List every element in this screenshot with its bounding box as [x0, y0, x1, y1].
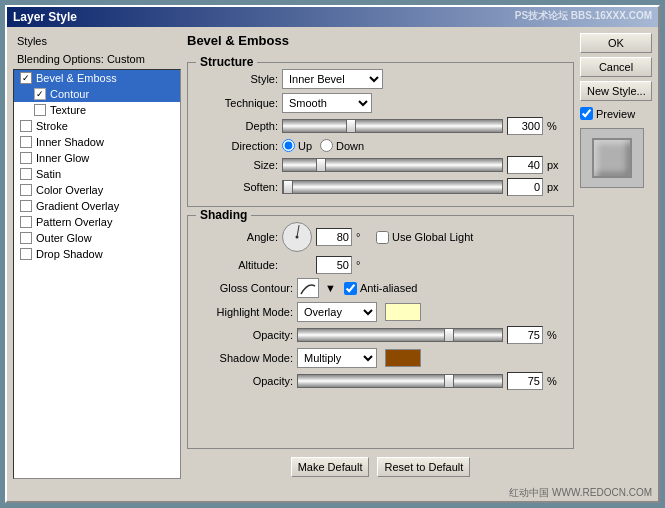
highlight-mode-dropdown[interactable]: Overlay Normal Screen: [297, 302, 377, 322]
angle-input[interactable]: 80: [316, 228, 352, 246]
soften-unit: px: [547, 181, 563, 193]
sidebar-item-inner-glow[interactable]: Inner Glow: [14, 150, 180, 166]
reset-default-button[interactable]: Reset to Default: [377, 457, 470, 477]
preview-checkbox-row: Preview: [580, 107, 652, 120]
gloss-contour-preview[interactable]: [297, 278, 319, 298]
bottom-watermark: 红动中国 WWW.REDOCN.COM: [7, 485, 658, 501]
color-overlay-label: Color Overlay: [36, 184, 103, 196]
pattern-overlay-checkbox[interactable]: [20, 216, 32, 228]
preview-checkbox[interactable]: [580, 107, 593, 120]
shadow-opacity-unit: %: [547, 375, 563, 387]
pattern-overlay-label: Pattern Overlay: [36, 216, 112, 228]
direction-label: Direction:: [198, 140, 278, 152]
depth-input[interactable]: 300: [507, 117, 543, 135]
sidebar-item-color-overlay[interactable]: Color Overlay: [14, 182, 180, 198]
bevel-label: Bevel & Emboss: [36, 72, 117, 84]
satin-checkbox[interactable]: [20, 168, 32, 180]
sidebar-item-inner-shadow[interactable]: Inner Shadow: [14, 134, 180, 150]
altitude-input[interactable]: 50: [316, 256, 352, 274]
sidebar-item-pattern-overlay[interactable]: Pattern Overlay: [14, 214, 180, 230]
preview-label: Preview: [596, 108, 635, 120]
sidebar-item-stroke[interactable]: Stroke: [14, 118, 180, 134]
highlight-mode-row: Highlight Mode: Overlay Normal Screen: [198, 302, 563, 322]
make-default-button[interactable]: Make Default: [291, 457, 370, 477]
sidebar-item-bevel[interactable]: Bevel & Emboss: [14, 70, 180, 86]
new-style-button[interactable]: New Style...: [580, 81, 652, 101]
shadow-mode-row: Shadow Mode: Multiply Normal Darken: [198, 348, 563, 368]
shadow-color-swatch[interactable]: [385, 349, 421, 367]
inner-glow-label: Inner Glow: [36, 152, 89, 164]
inner-glow-checkbox[interactable]: [20, 152, 32, 164]
dialog-title: Layer Style: [13, 10, 77, 24]
direction-down-radio[interactable]: [320, 139, 333, 152]
technique-label: Technique:: [198, 97, 278, 109]
inner-shadow-checkbox[interactable]: [20, 136, 32, 148]
highlight-opacity-slider[interactable]: [297, 328, 503, 342]
stroke-checkbox[interactable]: [20, 120, 32, 132]
drop-shadow-checkbox[interactable]: [20, 248, 32, 260]
gradient-overlay-label: Gradient Overlay: [36, 200, 119, 212]
gradient-overlay-checkbox[interactable]: [20, 200, 32, 212]
highlight-opacity-input[interactable]: 75: [507, 326, 543, 344]
global-light-checkbox[interactable]: [376, 231, 389, 244]
altitude-label: Altitude:: [198, 259, 278, 271]
size-label: Size:: [198, 159, 278, 171]
sidebar-item-texture[interactable]: Texture: [14, 102, 180, 118]
anti-aliased-label[interactable]: Anti-aliased: [344, 282, 417, 295]
shadow-opacity-input[interactable]: 75: [507, 372, 543, 390]
dialog-body: Styles Blending Options: Custom Bevel & …: [7, 27, 658, 485]
direction-up-label[interactable]: Up: [282, 139, 312, 152]
structure-section: Structure Style: Inner Bevel Outer Bevel…: [187, 62, 574, 207]
action-buttons: OK Cancel New Style... Preview: [580, 33, 652, 479]
direction-radio-group: Up Down: [282, 139, 364, 152]
highlight-opacity-slider-container: [297, 328, 503, 342]
blending-options[interactable]: Blending Options: Custom: [13, 51, 181, 67]
contour-checkbox[interactable]: [34, 88, 46, 100]
direction-up-text: Up: [298, 140, 312, 152]
shadow-opacity-row: Opacity: 75 %: [198, 372, 563, 390]
sidebar-item-gradient-overlay[interactable]: Gradient Overlay: [14, 198, 180, 214]
angle-label: Angle:: [198, 231, 278, 243]
depth-row: Depth: 300 %: [198, 117, 563, 135]
direction-up-radio[interactable]: [282, 139, 295, 152]
size-slider[interactable]: [282, 158, 503, 172]
cancel-button[interactable]: Cancel: [580, 57, 652, 77]
highlight-label: Highlight Mode:: [198, 306, 293, 318]
highlight-opacity-label: Opacity:: [198, 329, 293, 341]
global-light-label[interactable]: Use Global Light: [376, 231, 473, 244]
soften-slider[interactable]: [282, 180, 503, 194]
shadow-mode-dropdown[interactable]: Multiply Normal Darken: [297, 348, 377, 368]
shadow-opacity-slider[interactable]: [297, 374, 503, 388]
color-overlay-checkbox[interactable]: [20, 184, 32, 196]
anti-aliased-checkbox[interactable]: [344, 282, 357, 295]
style-dropdown[interactable]: Inner Bevel Outer Bevel Emboss Pillow Em…: [282, 69, 383, 89]
structure-title: Structure: [196, 55, 257, 69]
soften-slider-container: [282, 180, 503, 194]
main-content: Bevel & Emboss Structure Style: Inner Be…: [187, 33, 652, 479]
layer-style-dialog: Layer Style PS技术论坛 BBS.16XXX.COM Styles …: [5, 5, 660, 503]
title-bar: Layer Style PS技术论坛 BBS.16XXX.COM: [7, 7, 658, 27]
sidebar-item-outer-glow[interactable]: Outer Glow: [14, 230, 180, 246]
angle-center-dot: [296, 236, 299, 239]
soften-input[interactable]: 0: [507, 178, 543, 196]
soften-row: Soften: 0 px: [198, 178, 563, 196]
bevel-checkbox[interactable]: [20, 72, 32, 84]
shading-title: Shading: [196, 208, 251, 222]
dropdown-arrow-gloss[interactable]: ▼: [325, 282, 336, 294]
sidebar-item-satin[interactable]: Satin: [14, 166, 180, 182]
depth-slider[interactable]: [282, 119, 503, 133]
ok-button[interactable]: OK: [580, 33, 652, 53]
size-slider-container: [282, 158, 503, 172]
outer-glow-checkbox[interactable]: [20, 232, 32, 244]
direction-row: Direction: Up Down: [198, 139, 563, 152]
size-unit: px: [547, 159, 563, 171]
technique-dropdown[interactable]: Smooth Chisel Hard Chisel Soft: [282, 93, 372, 113]
angle-row: Angle: 80 ° Use Global Light: [198, 222, 563, 252]
sidebar-item-contour[interactable]: Contour: [14, 86, 180, 102]
angle-dial[interactable]: [282, 222, 312, 252]
size-input[interactable]: 40: [507, 156, 543, 174]
direction-down-label[interactable]: Down: [320, 139, 364, 152]
texture-checkbox[interactable]: [34, 104, 46, 116]
highlight-color-swatch[interactable]: [385, 303, 421, 321]
sidebar-item-drop-shadow[interactable]: Drop Shadow: [14, 246, 180, 262]
